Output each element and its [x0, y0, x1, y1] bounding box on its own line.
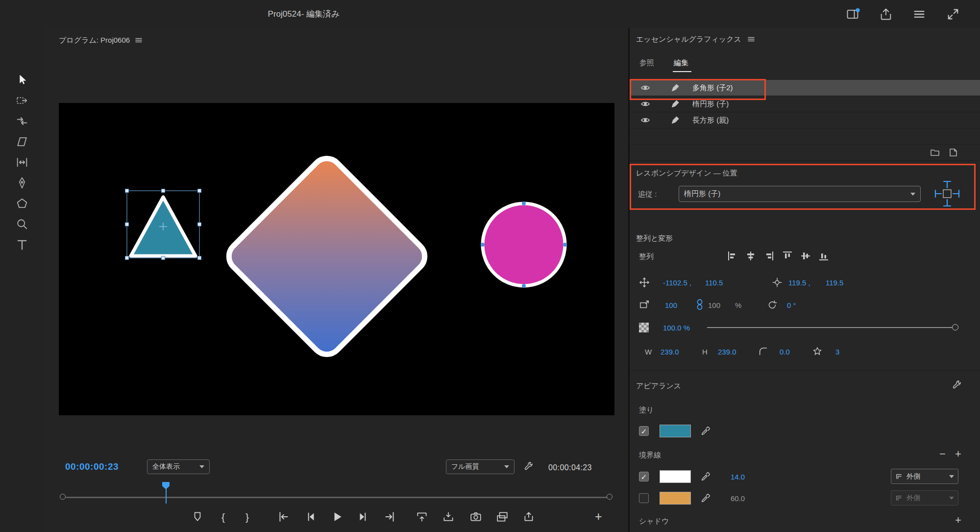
stroke2-enabled-checkbox[interactable] [639, 493, 649, 503]
button-editor-icon[interactable]: + [595, 509, 602, 523]
visibility-eye-icon[interactable] [640, 99, 650, 109]
fill-enabled-checkbox[interactable]: ✓ [639, 426, 649, 436]
stroke2-color-swatch[interactable] [660, 492, 691, 505]
playhead[interactable] [162, 482, 170, 489]
align-right-icon[interactable] [763, 250, 774, 261]
anchor-point-icon [772, 277, 783, 288]
scrub-bar[interactable] [66, 497, 611, 498]
step-back-icon[interactable] [304, 510, 317, 523]
play-icon[interactable] [331, 510, 343, 523]
video-viewport[interactable] [59, 103, 614, 415]
appearance-title: アピアランス [636, 381, 681, 391]
layer-row-rectangle[interactable]: 長方形 (親) [630, 112, 980, 128]
playback-quality-select[interactable]: フル画質 [446, 459, 514, 474]
panel-menu-icon[interactable] [135, 36, 143, 44]
share-export-icon[interactable] [879, 7, 893, 21]
link-scale-icon[interactable] [694, 299, 705, 310]
slip-tool-icon[interactable] [15, 155, 29, 169]
hamburger-menu-icon[interactable] [912, 7, 926, 21]
responsive-pin-diagram-icon[interactable] [933, 179, 961, 208]
polygon-points-value[interactable]: 3 [835, 348, 839, 356]
razor-tool-icon[interactable] [15, 135, 29, 149]
panel-menu-icon[interactable] [747, 35, 755, 43]
opacity-value[interactable]: 100.0 % [663, 324, 690, 332]
position-y-value[interactable]: 110.5 [705, 279, 723, 287]
stroke1-enabled-checkbox[interactable]: ✓ [639, 472, 649, 481]
export-media-icon[interactable] [522, 510, 535, 523]
scale-x-value[interactable]: 100 [665, 301, 677, 309]
ripple-edit-tool-icon[interactable] [15, 114, 29, 128]
corner-radius-value[interactable]: 0.0 [780, 348, 790, 356]
stroke2-position-select[interactable]: 外側 [891, 490, 958, 506]
rotation-value[interactable]: 0 ° [787, 301, 796, 309]
new-layer-icon[interactable] [948, 148, 958, 157]
opacity-slider[interactable] [707, 327, 955, 328]
tab-edit[interactable]: 編集 [674, 58, 688, 68]
visibility-eye-icon[interactable] [640, 115, 650, 125]
comparison-view-icon[interactable] [496, 510, 509, 523]
graphic-pen-icon [671, 100, 680, 108]
mark-in-icon[interactable]: { [221, 511, 225, 523]
program-monitor-panel: プログラム: Proj0606 [44, 28, 628, 532]
step-forward-icon[interactable] [357, 510, 369, 523]
zoom-tool-icon[interactable] [15, 217, 29, 231]
remove-stroke-icon[interactable]: − [939, 449, 946, 459]
scrub-handle-right[interactable] [607, 494, 612, 500]
tab-browse[interactable]: 参照 [639, 58, 654, 68]
monitor-settings-wrench-icon[interactable] [523, 461, 534, 472]
align-bottom-icon[interactable] [818, 250, 829, 261]
align-center-vertical-icon[interactable] [800, 250, 810, 261]
layer-row-ellipse[interactable]: 楕円形 (子) [630, 96, 980, 112]
stroke1-color-swatch[interactable] [660, 470, 691, 483]
go-to-out-icon[interactable] [383, 510, 396, 523]
shape-tool-icon[interactable] [15, 197, 29, 210]
zoom-level-value: 全体表示 [152, 462, 180, 471]
pin-to-select[interactable]: 楕円形 (子) [679, 186, 921, 202]
fill-eyedropper-icon[interactable] [700, 426, 711, 436]
stroke1-eyedropper-icon[interactable] [700, 471, 711, 482]
stroke2-eyedropper-icon[interactable] [700, 493, 711, 504]
align-transform-title: 整列と変形 [636, 234, 673, 243]
layer-row-polygon[interactable]: 多角形 (子2) [630, 80, 980, 96]
anchor-y-value[interactable]: 119.5 [826, 279, 843, 287]
export-frame-camera-icon[interactable] [469, 510, 482, 523]
extract-icon[interactable] [442, 510, 455, 523]
add-stroke-icon[interactable]: + [955, 449, 961, 459]
align-top-icon[interactable] [782, 250, 792, 261]
lift-icon[interactable] [416, 510, 428, 523]
scrub-handle-left[interactable] [60, 494, 66, 500]
essential-graphics-title: エッセンシャルグラフィックス [636, 35, 741, 44]
stroke2-width-value[interactable]: 60.0 [731, 494, 745, 503]
current-timecode[interactable]: 00:00:00:23 [65, 461, 119, 472]
add-shadow-icon[interactable]: + [955, 515, 961, 526]
stroke1-position-select[interactable]: 外側 [891, 469, 958, 484]
appearance-settings-wrench-icon[interactable] [952, 380, 962, 391]
width-value[interactable]: 239.0 [661, 348, 679, 356]
height-value[interactable]: 239.0 [718, 348, 736, 356]
opacity-slider-knob[interactable] [952, 324, 958, 330]
workspace-icon[interactable] [846, 7, 859, 21]
add-marker-icon[interactable] [191, 510, 204, 523]
diamond-shape [223, 152, 431, 360]
go-to-in-icon[interactable] [277, 510, 290, 523]
section-divider [630, 370, 980, 371]
stroke1-width-value[interactable]: 14.0 [731, 473, 745, 481]
new-group-folder-icon[interactable] [930, 148, 940, 157]
selection-tool-icon[interactable] [15, 73, 29, 87]
program-panel-tab[interactable]: プログラム: Proj0606 [59, 33, 143, 48]
height-label: H [702, 348, 708, 356]
position-x-value[interactable]: -1102.5 , [663, 279, 691, 287]
anchor-x-value[interactable]: 119.5 , [788, 279, 810, 287]
fullscreen-icon[interactable] [946, 7, 960, 21]
zoom-level-select[interactable]: 全体表示 [147, 459, 210, 474]
type-tool-icon[interactable] [15, 238, 29, 252]
fill-color-swatch[interactable] [660, 425, 691, 437]
align-center-horizontal-icon[interactable] [745, 250, 756, 261]
align-left-icon[interactable] [727, 250, 737, 261]
scale-y-value[interactable]: 100 [708, 301, 720, 309]
mark-out-icon[interactable]: } [245, 511, 249, 523]
position-icon [639, 277, 650, 288]
track-select-tool-icon[interactable] [15, 94, 29, 107]
pen-tool-icon[interactable] [15, 176, 29, 190]
visibility-eye-icon[interactable] [640, 83, 650, 93]
